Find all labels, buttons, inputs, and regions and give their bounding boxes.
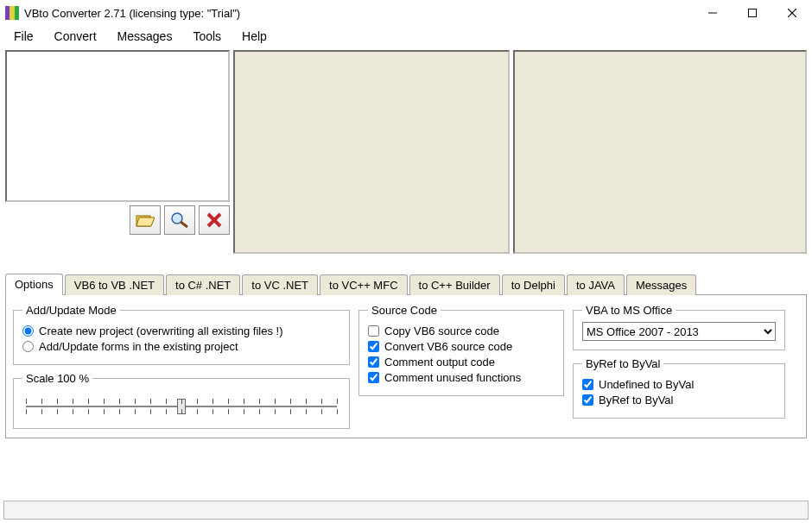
vba-office-group: VBA to MS Office MS Office 2007 - 2013 (573, 304, 785, 350)
maximize-button[interactable] (733, 0, 772, 26)
tab-to-cpp-builder[interactable]: to C++ Builder (409, 274, 500, 295)
statusbar (3, 501, 809, 520)
check-comment-output[interactable]: Comment output code (368, 356, 555, 369)
check-byref-byval-label: ByRef to ByVal (599, 394, 673, 406)
radio-create-project-input[interactable] (22, 325, 34, 337)
check-copy-source-input[interactable] (368, 325, 379, 337)
menu-messages[interactable]: Messages (109, 28, 181, 45)
tab-to-csharp-net[interactable]: to C# .NET (166, 274, 240, 295)
preview-pane (233, 50, 510, 254)
radio-update-project-input[interactable] (22, 341, 34, 352)
addupdate-legend: Add/Update Mode (22, 304, 120, 317)
menubar: File Convert Messages Tools Help (0, 26, 812, 50)
menu-convert[interactable]: Convert (46, 28, 105, 45)
titlebar: VBto Converter 2.71 (licensing type: "Tr… (0, 0, 812, 26)
scale-slider[interactable] (22, 390, 340, 419)
app-icon (5, 6, 19, 20)
menu-tools[interactable]: Tools (184, 28, 230, 45)
open-button[interactable] (130, 205, 161, 235)
svg-marker-8 (136, 217, 155, 226)
addupdate-group: Add/Update Mode Create new project (over… (13, 304, 350, 365)
tab-to-vcpp-mfc[interactable]: to VC++ MFC (320, 274, 407, 295)
vba-office-legend: VBA to MS Office (582, 304, 676, 317)
project-tree[interactable] (5, 50, 230, 202)
check-comment-unused[interactable]: Comment unused functions (368, 371, 555, 384)
scale-group: Scale 100 % (13, 372, 350, 429)
check-byref-byval-input[interactable] (582, 394, 593, 406)
tab-vb6-to-vbnet[interactable]: VB6 to VB .NET (65, 274, 164, 295)
check-convert-source-label: Convert VB6 source code (384, 340, 512, 353)
svg-rect-0 (5, 6, 10, 20)
check-convert-source[interactable]: Convert VB6 source code (368, 340, 555, 353)
radio-update-project[interactable]: Add/Update forms in the existing project (22, 340, 340, 353)
radio-create-project[interactable]: Create new project (overwriting all exis… (22, 325, 340, 337)
tab-row: Options VB6 to VB .NET to C# .NET to VC … (5, 273, 807, 295)
byref-legend: ByRef to ByVal (582, 357, 663, 370)
source-code-legend: Source Code (368, 304, 441, 317)
svg-rect-2 (15, 6, 19, 20)
window-title: VBto Converter 2.71 (licensing type: "Tr… (24, 7, 693, 20)
workarea (0, 50, 812, 254)
menu-help[interactable]: Help (233, 28, 276, 45)
byref-group: ByRef to ByVal Undefined to ByVal ByRef … (573, 357, 785, 419)
open-folder-icon (136, 212, 155, 228)
svg-rect-4 (749, 9, 757, 17)
menu-file[interactable]: File (5, 28, 42, 45)
magnifier-icon (170, 211, 189, 229)
check-byref-byval[interactable]: ByRef to ByVal (582, 394, 776, 406)
options-panel: Add/Update Mode Create new project (over… (5, 295, 807, 438)
minimize-button[interactable] (693, 0, 733, 26)
check-comment-unused-input[interactable] (368, 372, 379, 383)
right-pane (513, 50, 807, 254)
left-panel (5, 50, 230, 254)
tab-to-vc-net[interactable]: to VC .NET (242, 274, 318, 295)
tab-options[interactable]: Options (5, 274, 63, 295)
svg-line-10 (181, 222, 187, 227)
window-controls (693, 0, 812, 26)
tab-to-java[interactable]: to JAVA (567, 274, 625, 295)
check-copy-source[interactable]: Copy VB6 source code (368, 325, 555, 337)
check-comment-output-label: Comment output code (384, 356, 495, 369)
vba-office-select[interactable]: MS Office 2007 - 2013 (582, 322, 776, 341)
close-button[interactable] (772, 0, 812, 26)
check-comment-output-input[interactable] (368, 356, 379, 368)
check-copy-source-label: Copy VB6 source code (384, 325, 499, 337)
source-code-group: Source Code Copy VB6 source code Convert… (358, 304, 564, 396)
tree-toolbar (5, 202, 230, 235)
delete-x-icon (206, 212, 222, 228)
check-undef-byval[interactable]: Undefined to ByVal (582, 378, 776, 391)
tab-to-delphi[interactable]: to Delphi (502, 274, 565, 295)
tab-area: Options VB6 to VB .NET to C# .NET to VC … (5, 273, 807, 438)
check-comment-unused-label: Comment unused functions (384, 371, 521, 384)
check-undef-byval-input[interactable] (582, 379, 593, 390)
tab-messages[interactable]: Messages (626, 274, 696, 295)
radio-create-project-label: Create new project (overwriting all exis… (39, 325, 283, 337)
scale-legend: Scale 100 % (22, 372, 92, 385)
check-undef-byval-label: Undefined to ByVal (599, 378, 694, 391)
check-convert-source-input[interactable] (368, 341, 379, 352)
delete-button[interactable] (199, 205, 230, 235)
find-button[interactable] (164, 205, 195, 235)
svg-rect-1 (10, 6, 15, 20)
radio-update-project-label: Add/Update forms in the existing project (39, 340, 238, 353)
